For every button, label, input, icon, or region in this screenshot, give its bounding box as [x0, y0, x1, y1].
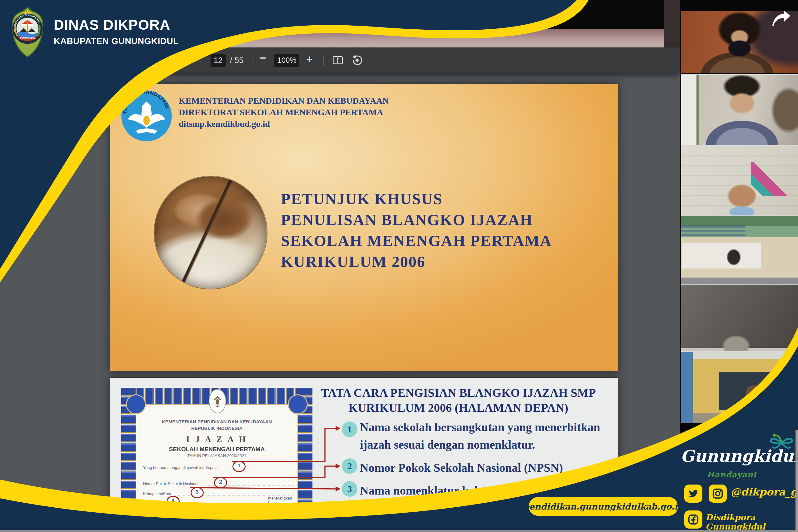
zoom-level-input[interactable]: 100%	[274, 54, 299, 67]
header-brand: DHAKSINARGA BHUMIKARTA GUNUNGKIDUL DINAS…	[0, 0, 250, 69]
footer-brand: Gunungkidul Handayani @dikpora_gk Disdik…	[656, 421, 798, 532]
ministry-line-2: DIREKTORAT SEKOLAH MENENGAH PERTAMA	[179, 107, 397, 118]
gunungkidul-wordmark: Gunungkidul	[681, 446, 793, 466]
social-handle: @dikpora_gk	[730, 486, 798, 498]
gunungkidul-shield-logo: DHAKSINARGA BHUMIKARTA GUNUNGKIDUL	[9, 6, 46, 58]
website-banner: pendidikan.gunungkidulkab.go.id	[529, 497, 678, 516]
toolbar-divider	[323, 55, 324, 66]
org-subtitle: KABUPATEN GUNUNGKIDUL	[54, 36, 179, 46]
cover-title-line-4: KURIKULUM 2006	[281, 251, 597, 272]
window-top-right-edge	[664, 0, 680, 48]
ministry-header: KEMENTERIAN PENDIDIKAN DAN KEBUDAYAAN DI…	[179, 95, 397, 130]
screen-bottom-edge	[0, 530, 798, 532]
facebook-icon	[684, 511, 702, 529]
cover-title-line-2: PENULISAN BLANGKO IJAZAH	[281, 209, 597, 230]
kemdikbud-logo: TUT WURI HANDAYANI	[120, 90, 173, 142]
twitter-icon	[684, 484, 702, 503]
pdf-page-cover: TUT WURI HANDAYANI KEMENTERIAN PENDIDIKA…	[110, 84, 618, 371]
org-title: DINAS DIKPORA	[54, 17, 170, 33]
video-feed-2[interactable]	[681, 74, 798, 145]
screen-right-edge	[796, 430, 798, 532]
video-feed-6[interactable]	[681, 351, 798, 423]
hand-writing-photo	[155, 176, 267, 289]
shared-screen: 12 / 55 − 100% + TUT WURI HANDAYANI	[0, 0, 680, 532]
ministry-line-3: ditsmp.kemdikbud.go.id	[179, 118, 397, 130]
fit-to-page-icon[interactable]	[332, 54, 344, 66]
toolbar-divider	[252, 55, 252, 66]
zoom-out-button[interactable]: −	[260, 52, 266, 64]
shield-banner-text: GUNUNGKIDUL	[20, 37, 35, 39]
cover-title-line-1: PETUNJUK KHUSUS	[281, 189, 597, 209]
video-feed-5[interactable]	[681, 284, 798, 351]
rotate-icon[interactable]	[351, 54, 363, 66]
video-feed-3[interactable]	[681, 145, 798, 215]
instagram-icon	[709, 484, 727, 503]
zoom-in-button[interactable]: +	[306, 53, 312, 65]
cover-title-line-3: SEKOLAH MENENGAH PERTAMA	[281, 230, 597, 251]
ministry-line-1: KEMENTERIAN PENDIDIKAN DAN KEBUDAYAAN	[179, 95, 397, 107]
video-feed-4[interactable]	[681, 215, 798, 284]
cover-title: PETUNJUK KHUSUS PENULISAN BLANGKO IJAZAH…	[281, 189, 597, 272]
handayani-tagline: Handayani	[707, 470, 757, 479]
facebook-name: Disdikpora Gunungkidul	[706, 513, 798, 531]
share-arrow-icon[interactable]	[771, 9, 791, 27]
